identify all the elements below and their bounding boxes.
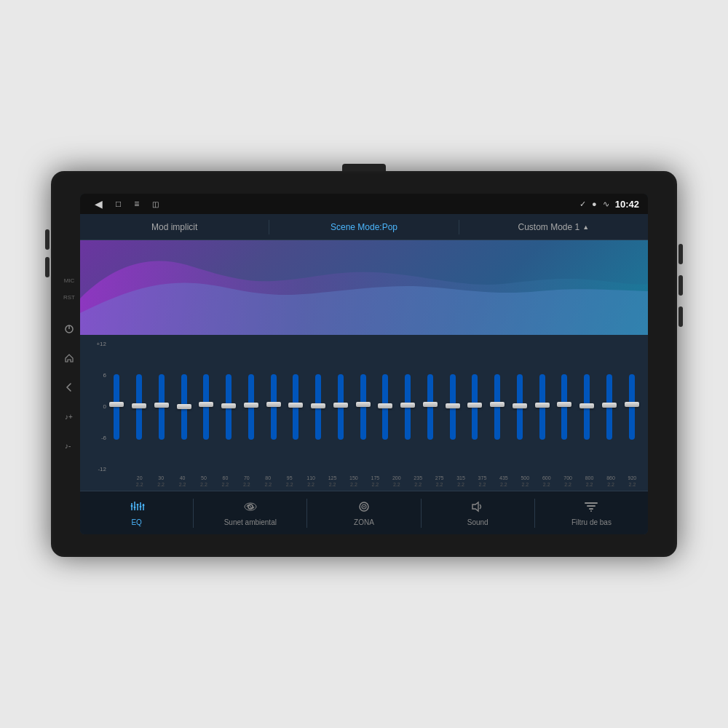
mod-implicit-button[interactable]: Mod implicit [80, 222, 269, 232]
custom-mode-button[interactable]: Custom Mode 1 ▲ [459, 222, 648, 232]
eq-tab-label: EQ [131, 518, 141, 526]
fc-label-40: 402.2 [173, 475, 192, 488]
fc-label-435: 4352.2 [494, 475, 513, 488]
fc-label-50: 502.2 [194, 475, 213, 488]
slider-col-800[interactable] [577, 367, 598, 447]
slider-col-175[interactable] [352, 367, 373, 447]
scale-minus12: -12 [86, 466, 106, 472]
bottom-tabs: EQ Sunet ambiental [80, 491, 648, 534]
fc-label-800: 8002.2 [579, 475, 599, 488]
tab-eq[interactable]: EQ [80, 496, 193, 531]
menu-nav-icon[interactable]: ≡ [134, 199, 139, 209]
main-screen: ◀ □ ≡ ◫ ✓ ● ∿ 10:42 Mod implicit Scene M… [80, 194, 648, 534]
eq-wave-svg [80, 240, 648, 335]
slider-col-80[interactable] [241, 367, 262, 447]
fc-q-labels: 202.2302.2402.2502.2602.2702.2802.2952.2… [86, 475, 642, 488]
svg-rect-12 [139, 506, 141, 507]
zona-icon [356, 500, 372, 516]
fc-label-315: 3152.2 [451, 475, 470, 488]
svg-rect-13 [142, 505, 144, 506]
rst-label: RST [61, 292, 77, 303]
slider-col-860[interactable] [599, 367, 620, 447]
slider-col-70[interactable] [218, 367, 240, 447]
fc-label-125: 1252.2 [323, 475, 342, 488]
ambient-tab-label: Sunet ambiental [224, 518, 277, 526]
slider-col-150[interactable] [331, 367, 352, 447]
y-axis: +12 6 0 -6 -12 [86, 338, 106, 475]
eq-row: +12 6 0 -6 -12 [86, 338, 642, 475]
fc-label-235: 2352.2 [408, 475, 427, 488]
left-control-panel: MIC RST ♪+ ♪- [61, 275, 77, 453]
tab-sunet-ambiental[interactable]: Sunet ambiental [194, 496, 306, 531]
fc-label-70: 702.2 [237, 475, 256, 488]
slider-col-95[interactable] [263, 367, 284, 447]
svg-rect-11 [136, 504, 138, 505]
filtru-icon [583, 500, 599, 516]
tab-sound[interactable]: Sound [422, 496, 534, 531]
slider-col-40[interactable] [151, 367, 173, 447]
scale-0: 0 [86, 403, 106, 410]
slider-col-50[interactable] [173, 367, 194, 447]
slider-col-235[interactable] [397, 367, 419, 447]
slider-col-275[interactable] [420, 367, 441, 447]
svg-rect-22 [590, 510, 592, 512]
svg-rect-20 [587, 505, 596, 507]
fc-label-920: 9202.2 [622, 475, 642, 488]
eq-sliders-section: +12 6 0 -6 -12 202.2302.2402.2502.2602.2… [80, 335, 648, 491]
fc-label-60: 602.2 [215, 475, 235, 488]
fc-label-20: 202.2 [130, 475, 149, 488]
mode-bar: Mod implicit Scene Mode:Pop Custom Mode … [80, 214, 648, 240]
slider-col-60[interactable] [196, 367, 217, 447]
screen-nav-icon[interactable]: ◫ [152, 200, 159, 208]
mic-label: MIC [62, 275, 77, 286]
power-button[interactable] [62, 322, 76, 336]
svg-rect-19 [585, 502, 598, 504]
scale-plus12: +12 [86, 341, 106, 347]
fc-label-375: 3752.2 [472, 475, 492, 488]
sound-icon [470, 500, 486, 516]
svg-rect-10 [133, 507, 135, 508]
nav-icons: ◀ □ ≡ ◫ [95, 198, 579, 210]
svg-text:♪+: ♪+ [65, 413, 73, 421]
fc-label-110: 1102.2 [301, 475, 320, 488]
back-nav-icon[interactable]: ◀ [95, 198, 103, 210]
home-nav-icon[interactable]: □ [116, 199, 121, 209]
slider-col-200[interactable] [375, 367, 396, 447]
slider-col-700[interactable] [554, 367, 575, 447]
fc-label-30: 302.2 [151, 475, 170, 488]
status-right: ✓ ● ∿ 10:42 [579, 199, 639, 210]
eq-visualization [80, 240, 648, 335]
left-side-buttons [45, 229, 50, 277]
eq-icon [129, 500, 145, 516]
tab-zona[interactable]: ZONA [307, 496, 420, 531]
slider-col-600[interactable] [531, 367, 553, 447]
svg-text:♪-: ♪- [65, 442, 71, 450]
slider-col-125[interactable] [308, 367, 329, 447]
ambient-icon [242, 500, 258, 516]
slider-col-30[interactable] [129, 367, 150, 447]
slider-col-920[interactable] [621, 367, 642, 447]
scene-mode-button[interactable]: Scene Mode:Pop [269, 222, 458, 232]
location-icon: ● [592, 199, 597, 208]
vol-up-button[interactable]: ♪+ [62, 409, 76, 424]
slider-col-110[interactable] [285, 367, 306, 447]
filtru-tab-label: Filtru de bas [571, 518, 612, 526]
fc-label-200: 2002.2 [387, 475, 406, 488]
slider-col-20[interactable] [106, 367, 127, 447]
status-bar: ◀ □ ≡ ◫ ✓ ● ∿ 10:42 [80, 194, 648, 214]
svg-point-18 [363, 506, 365, 507]
sound-tab-label: Sound [467, 518, 488, 526]
back-button[interactable] [62, 380, 76, 395]
svg-rect-21 [589, 508, 593, 510]
slider-col-500[interactable] [510, 367, 531, 447]
tab-filtru[interactable]: Filtru de bas [535, 496, 648, 531]
vol-down-button[interactable]: ♪- [62, 438, 76, 453]
home-button[interactable] [62, 351, 76, 365]
fc-label-700: 7002.2 [558, 475, 577, 488]
fc-label-600: 6002.2 [537, 475, 556, 488]
zona-tab-label: ZONA [354, 518, 374, 526]
slider-col-435[interactable] [487, 367, 508, 447]
slider-col-375[interactable] [464, 367, 486, 447]
slider-col-315[interactable] [442, 367, 463, 447]
fc-label-500: 5002.2 [515, 475, 535, 488]
